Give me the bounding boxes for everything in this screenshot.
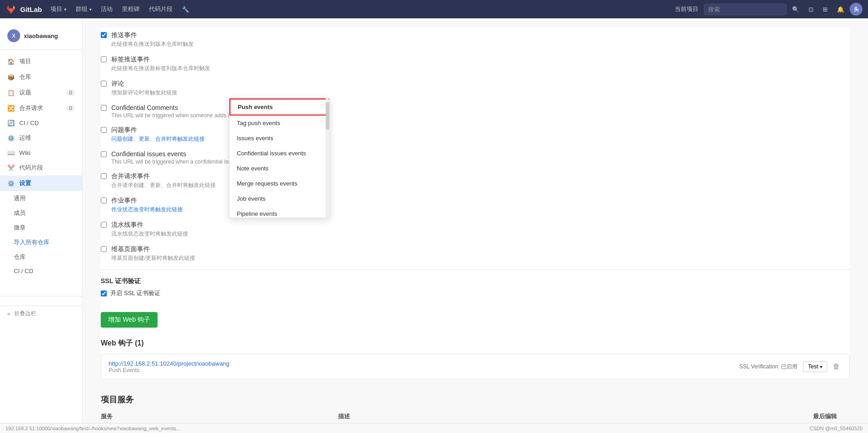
merge-title: 合并请求事件 [111, 172, 216, 181]
ssl-checkbox[interactable] [101, 290, 107, 296]
sidebar-item-cicd[interactable]: 🔄 CI / CD [0, 116, 82, 130]
ssl-label: 开启 SSL 证书验证 [110, 289, 160, 297]
nav-snippets[interactable]: 代码片段 [144, 0, 177, 18]
sidebar-item-ops[interactable]: ⚙️ 运维 [0, 130, 82, 146]
pipeline-checkbox[interactable] [101, 222, 107, 228]
chevron-down-icon: ▾ [64, 7, 66, 12]
issues-checkbox[interactable] [101, 127, 107, 133]
dropdown-item-job[interactable]: Job events [229, 191, 329, 206]
trash-icon: 🗑 [833, 362, 840, 370]
collapse-icon: « [7, 311, 11, 317]
dropdown-item-issues[interactable]: Issues events [229, 131, 329, 146]
sidebar-sub-cicd[interactable]: CI / CD [0, 264, 82, 278]
wiki-icon: 📖 [7, 149, 15, 156]
sidebar-user-avatar: X [7, 29, 20, 42]
checkbox-comments: 评论 增加新评论时将触发此链接 [101, 76, 850, 100]
webhook-ssl-tag: SSL Verification: 已启用 [739, 363, 797, 371]
sidebar-username: xiaobawang [24, 33, 58, 39]
webhook-meta: Push Events [109, 367, 734, 373]
checkbox-wiki: 维基页面事件 维基页面创建/更新时将触发此链接 [101, 241, 850, 266]
top-navbar: GitLab 项目 ▾ 群组 ▾ 活动 里程碑 代码片段 🔧 当前项目 🔍 ⊡ … [0, 0, 868, 18]
nav-tools[interactable]: 🔧 [177, 0, 194, 18]
sidebar-user: X xiaobawang [0, 26, 82, 50]
ssl-section: SSL 证书验证 开启 SSL 证书验证 [101, 269, 850, 305]
webhook-list-item: http://192.168.2.51:10240/project/xiaoba… [101, 354, 850, 379]
issues-btn[interactable]: ⊞ [819, 0, 831, 18]
test-dropdown-button[interactable]: Test ▾ [803, 361, 827, 372]
push-events-desc: 此链接将在推送到版本仓库时触发 [111, 40, 194, 48]
test-dropdown-menu: Push events Tag push events Issues event… [229, 98, 330, 218]
push-events-title: 推送事件 [111, 31, 194, 39]
conf-comments-checkbox[interactable] [101, 105, 107, 111]
sidebar-item-merge[interactable]: 🔀 合并请求 0 [0, 100, 82, 116]
chevron-down-icon: ▾ [89, 7, 92, 12]
job-checkbox[interactable] [101, 197, 107, 203]
collapse-sidebar[interactable]: « 折叠边栏 [0, 306, 82, 321]
sidebar-item-settings[interactable]: ⚙️ 设置 [0, 175, 82, 191]
sidebar-item-wiki[interactable]: 📖 Wiki [0, 146, 82, 160]
dropdown-item-push-events[interactable]: Push events [229, 99, 329, 115]
services-section: 项目服务 服务 描述 最后编辑 [101, 394, 850, 425]
statusbar: 192.168.2.51:10000/xiaobawang/test/-/hoo… [0, 423, 868, 433]
tag-push-events-checkbox[interactable] [101, 56, 107, 62]
cicd-icon: 🔄 [7, 120, 15, 126]
tag-push-title: 标签推送事件 [111, 55, 210, 64]
webhook-url[interactable]: http://192.168.2.51:10240/project/xiaoba… [109, 360, 229, 367]
dropdown-item-tag-push[interactable]: Tag push events [229, 115, 329, 131]
ssl-title: SSL 证书验证 [101, 277, 850, 285]
webhook-form: 推送事件 此链接将在推送到版本仓库时触发 标签推送事件 此链接将在推送新标签到版… [101, 27, 850, 379]
sidebar-sub-members[interactable]: 成员 [0, 206, 82, 220]
merge-icon: 🔀 [7, 105, 15, 112]
current-project-btn[interactable]: 当前项目 [671, 0, 702, 18]
nav-projects[interactable]: 项目 ▾ [46, 0, 71, 18]
issues-icon: 📋 [7, 89, 15, 96]
navbar-right: 当前项目 🔍 ⊡ ⊞ 🔔 头 [671, 0, 863, 18]
avatar[interactable]: 头 [850, 3, 863, 16]
nav-groups[interactable]: 群组 ▾ [71, 0, 96, 18]
sidebar-toggle-btn[interactable]: ⊡ [805, 0, 817, 18]
brand-logo[interactable]: GitLab [5, 4, 42, 15]
ssl-row: 开启 SSL 证书验证 [101, 289, 850, 297]
services-title: 项目服务 [101, 394, 850, 405]
add-webhook-button[interactable]: 增加 Web 钩子 [101, 312, 158, 328]
push-events-checkbox[interactable] [101, 32, 107, 38]
dropdown-item-pipeline[interactable]: Pipeline events [229, 206, 329, 218]
sidebar-sub-import[interactable]: 导入所有仓库 [0, 235, 82, 250]
dropdown-scrollbar[interactable] [326, 99, 329, 218]
job-desc: 作业状态改变时将触发此链接 [111, 206, 183, 214]
conf-issues-checkbox[interactable] [101, 151, 107, 157]
sidebar-item-repo[interactable]: 📦 仓库 [0, 69, 82, 85]
sidebar-sub-badges[interactable]: 微章 [0, 220, 82, 235]
comments-desc: 增加新评论时将触发此链接 [111, 89, 177, 97]
sidebar-sub-general[interactable]: 通用 [0, 191, 82, 206]
issues-title: 问题事件 [111, 126, 205, 134]
dropdown-item-merge[interactable]: Merge requests events [229, 176, 329, 191]
dropdown-scroll-area[interactable]: Push events Tag push events Issues event… [229, 99, 329, 218]
dropdown-item-conf-issues[interactable]: Confidential issues events [229, 146, 329, 161]
merge-checkbox[interactable] [101, 173, 107, 179]
pipeline-title: 流水线事件 [111, 221, 188, 229]
brand-name: GitLab [20, 5, 42, 13]
settings-icon: ⚙️ [7, 180, 15, 187]
main-content: 推送事件 此链接将在推送到版本仓库时触发 标签推送事件 此链接将在推送新标签到版… [82, 18, 868, 433]
checkbox-job: 作业事件 作业状态改变时将触发此链接 [101, 193, 850, 217]
search-input[interactable] [704, 4, 786, 15]
nav-milestones[interactable]: 里程碑 [117, 0, 144, 18]
sidebar-sub-repo[interactable]: 仓库 [0, 250, 82, 264]
job-title: 作业事件 [111, 197, 183, 205]
notifications-btn[interactable]: 🔔 [833, 0, 848, 18]
sidebar-item-issues[interactable]: 📋 议题 0 [0, 85, 82, 100]
wiki-checkbox[interactable] [101, 246, 107, 252]
nav-activity[interactable]: 活动 [96, 0, 117, 18]
checkbox-tag-push: 标签推送事件 此链接将在推送新标签到版本仓库时触发 [101, 52, 850, 76]
search-btn[interactable]: 🔍 [788, 0, 803, 18]
services-col-service: 服务 [101, 412, 338, 421]
delete-webhook-button[interactable]: 🗑 [831, 361, 842, 373]
sidebar-item-project[interactable]: 🏠 项目 [0, 54, 82, 69]
comments-checkbox[interactable] [101, 81, 107, 87]
issues-badge: 0 [66, 89, 75, 96]
test-chevron-icon: ▾ [820, 364, 822, 369]
ops-icon: ⚙️ [7, 135, 15, 142]
dropdown-item-notes[interactable]: Note events [229, 161, 329, 176]
sidebar-item-snippets[interactable]: ✂️ 代码片段 [0, 160, 82, 175]
